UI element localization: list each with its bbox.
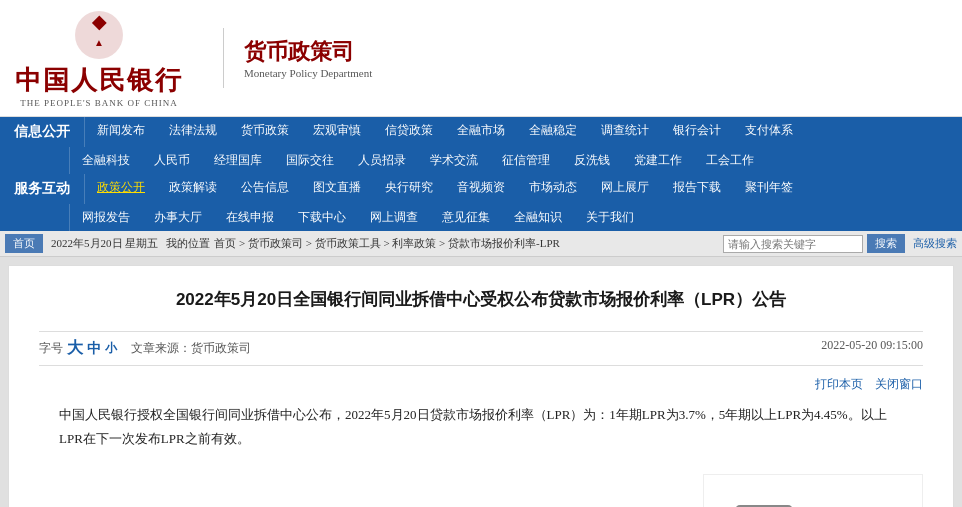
nav-intl[interactable]: 国际交往 (274, 147, 346, 174)
nav-anti-money[interactable]: 反洗钱 (562, 147, 622, 174)
nav-hall[interactable]: 办事大厅 (142, 204, 214, 231)
nav-macro[interactable]: 宏观审慎 (301, 117, 373, 147)
nav-party[interactable]: 党建工作 (622, 147, 694, 174)
nav-label-empty1 (0, 147, 70, 174)
font-size-label: 字号 (39, 340, 63, 357)
dept-name-cn: 货币政策司 (244, 37, 372, 67)
nav-row-2: 全融科技 人民币 经理国库 国际交往 人员招录 学术交流 征信管理 反洗钱 党建… (0, 147, 962, 174)
nav-research[interactable]: 央行研究 (373, 174, 445, 204)
font-size-control: 字号 大 中 小 文章来源：货币政策司 (39, 338, 251, 359)
bank-name-en: THE PEOPLE'S BANK OF CHINA (20, 98, 178, 108)
nav-credit[interactable]: 信贷政策 (373, 117, 445, 147)
department-info: 货币政策司 Monetary Policy Department (244, 37, 372, 79)
article-text: 中国人民银行授权全国银行间同业拆借中心公布，2022年5月20日贷款市场报价利率… (59, 403, 903, 450)
nav-download[interactable]: 下载中心 (286, 204, 358, 231)
breadcrumb-path: 首页 > 货币政策司 > 货币政策工具 > 利率政策 > 贷款市场报价利率-LP… (214, 236, 723, 251)
breadcrumb-search-area: 搜索 高级搜索 (723, 234, 957, 253)
search-input[interactable] (723, 235, 863, 253)
nav-online-apply[interactable]: 在线申报 (214, 204, 286, 231)
nav-fintech[interactable]: 全融科技 (70, 147, 142, 174)
nav-journal[interactable]: 聚刊年签 (733, 174, 805, 204)
nav-survey[interactable]: 调查统计 (589, 117, 661, 147)
bank-emblem-icon: ◆ ▲ (69, 8, 129, 63)
main-content-area: 2022年5月20日全国银行间同业拆借中心受权公布贷款市场报价利率（LPR）公告… (8, 265, 954, 507)
svg-text:▲: ▲ (94, 37, 104, 48)
article-source: 文章来源：货币政策司 (131, 340, 251, 357)
nav-row-3: 服务互动 政策公开 政策解读 公告信息 图文直播 央行研究 音视频资 市场动态 … (0, 174, 962, 204)
nav-stable[interactable]: 全融稳定 (517, 117, 589, 147)
advanced-search-link[interactable]: 高级搜索 (913, 236, 957, 251)
article-meta: 字号 大 中 小 文章来源：货币政策司 2022-05-20 09:15:00 (39, 331, 923, 366)
nav-union[interactable]: 工会工作 (694, 147, 766, 174)
nav-online-exhibit[interactable]: 网上展厅 (589, 174, 661, 204)
nav-about[interactable]: 关于我们 (574, 204, 646, 231)
breadcrumb-location-label: 我的位置 (166, 236, 210, 251)
nav-banking[interactable]: 银行会计 (661, 117, 733, 147)
article-title: 2022年5月20日全国银行间同业拆借中心受权公布贷款市场报价利率（LPR）公告 (39, 286, 923, 313)
nav-notice[interactable]: 公告信息 (229, 174, 301, 204)
font-large-btn[interactable]: 大 (67, 338, 83, 359)
breadcrumb-date: 2022年5月20日 星期五 (51, 236, 158, 251)
nav-label-info: 信息公开 (0, 117, 85, 147)
site-header: ◆ ▲ 中国人民银行 THE PEOPLE'S BANK OF CHINA 货币… (0, 0, 962, 117)
nav-row-1: 信息公开 新闻发布 法律法规 货币政策 宏观审慎 信贷政策 全融市场 全融稳定 … (0, 117, 962, 147)
header-divider (223, 28, 224, 88)
dept-name-en: Monetary Policy Department (244, 67, 372, 79)
nav-payment[interactable]: 支付体系 (733, 117, 805, 147)
nav-recruit[interactable]: 人员招录 (346, 147, 418, 174)
font-medium-btn[interactable]: 中 (87, 340, 101, 358)
article-actions: 打印本页 关闭窗口 (39, 376, 923, 393)
nav-label-empty2 (0, 204, 70, 231)
nav-policy-interpret[interactable]: 政策解读 (157, 174, 229, 204)
nav-credit-mgmt[interactable]: 征信管理 (490, 147, 562, 174)
article-body: 中国人民银行授权全国银行间同业拆借中心公布，2022年5月20日贷款市场报价利率… (39, 403, 923, 450)
bank-logo: ◆ ▲ 中国人民银行 THE PEOPLE'S BANK OF CHINA (15, 8, 183, 108)
home-button[interactable]: 首页 (5, 234, 43, 253)
print-link[interactable]: 打印本页 (815, 376, 863, 393)
font-small-btn[interactable]: 小 (105, 340, 117, 357)
nav-rmb[interactable]: 人民币 (142, 147, 202, 174)
nav-market[interactable]: 全融市场 (445, 117, 517, 147)
breadcrumb-bar: 首页 2022年5月20日 星期五 我的位置 首页 > 货币政策司 > 货币政策… (0, 231, 962, 257)
nav-knowledge[interactable]: 全融知识 (502, 204, 574, 231)
svg-text:◆: ◆ (91, 12, 107, 32)
nav-policy-public[interactable]: 政策公开 (85, 174, 157, 204)
nav-academic[interactable]: 学术交流 (418, 147, 490, 174)
close-link[interactable]: 关闭窗口 (875, 376, 923, 393)
nav-online-survey[interactable]: 网上调查 (358, 204, 430, 231)
main-nav: 信息公开 新闻发布 法律法规 货币政策 宏观审慎 信贷政策 全融市场 全融稳定 … (0, 117, 962, 231)
nav-video[interactable]: 音视频资 (445, 174, 517, 204)
article-date: 2022-05-20 09:15:00 (821, 338, 923, 359)
bank-name-cn: 中国人民银行 (15, 63, 183, 98)
nav-treasury[interactable]: 经理国库 (202, 147, 274, 174)
nav-live[interactable]: 图文直播 (301, 174, 373, 204)
nav-law[interactable]: 法律法规 (157, 117, 229, 147)
nav-row-4: 网报发告 办事大厅 在线申报 下载中心 网上调查 意见征集 全融知识 关于我们 (0, 204, 962, 231)
nav-market-dynamics[interactable]: 市场动态 (517, 174, 589, 204)
nav-news[interactable]: 新闻发布 (85, 117, 157, 147)
nav-feedback[interactable]: 意见征集 (430, 204, 502, 231)
nav-report-net[interactable]: 网报发告 (70, 204, 142, 231)
nav-report-dl[interactable]: 报告下载 (661, 174, 733, 204)
search-button[interactable]: 搜索 (867, 234, 905, 253)
nav-label-service: 服务互动 (0, 174, 85, 204)
nav-monetary[interactable]: 货币政策 (229, 117, 301, 147)
watermark-overlay: K 看问答 www.kanwenda.com (703, 474, 923, 507)
